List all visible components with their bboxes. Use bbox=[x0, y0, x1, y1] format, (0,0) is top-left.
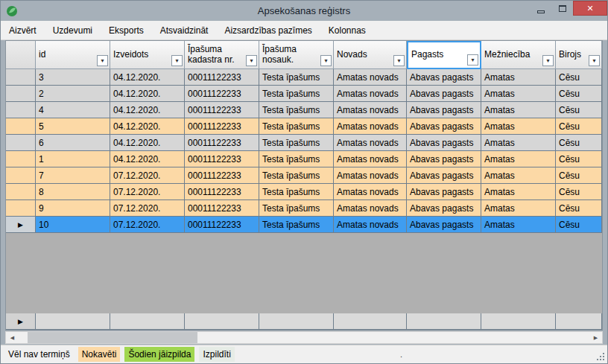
grid-cell[interactable]: Cēsu bbox=[556, 118, 602, 135]
grid-cell[interactable]: Amatas novads bbox=[334, 167, 407, 184]
grid-cell[interactable]: 04.12.2020. bbox=[110, 151, 185, 167]
grid-cell[interactable]: Testa īpašums bbox=[259, 167, 334, 184]
grid-cell[interactable] bbox=[556, 313, 602, 330]
grid-cell[interactable]: Abavas pagasts bbox=[407, 200, 481, 217]
grid-cell[interactable]: Testa īpašums bbox=[259, 118, 334, 135]
grid-cell[interactable]: Cēsu bbox=[556, 167, 602, 184]
grid-cell[interactable]: Testa īpašums bbox=[259, 86, 334, 102]
column-header-izveidots[interactable]: Izveidots ▾ bbox=[110, 41, 185, 69]
grid-cell[interactable]: 2 bbox=[36, 86, 110, 102]
grid-cell[interactable]: Abavas pagasts bbox=[407, 151, 481, 167]
horizontal-scrollbar[interactable]: ◀ ▶ bbox=[5, 331, 603, 344]
grid-cell[interactable]: 10 bbox=[36, 217, 110, 233]
table-row[interactable]: 104.12.2020.00011122233Testa īpašumsAmat… bbox=[6, 151, 602, 167]
grid-cell[interactable]: 07.12.2020. bbox=[110, 167, 185, 184]
filter-dropdown-icon[interactable]: ▾ bbox=[393, 55, 405, 66]
filter-dropdown-icon[interactable]: ▾ bbox=[467, 54, 478, 66]
grid-cell[interactable]: 6 bbox=[36, 135, 110, 151]
grid-cell[interactable]: Abavas pagasts bbox=[407, 167, 481, 184]
grid-cell[interactable]: 7 bbox=[36, 167, 110, 184]
filter-dropdown-icon[interactable]: ▾ bbox=[320, 55, 332, 66]
grid-cell[interactable]: Abavas pagasts bbox=[407, 69, 481, 86]
grid-cell[interactable]: Amatas novads bbox=[334, 118, 407, 135]
scroll-right-icon[interactable]: ▶ bbox=[589, 332, 602, 343]
grid-cell[interactable]: Amatas bbox=[481, 184, 556, 200]
row-selector[interactable] bbox=[6, 167, 36, 184]
grid-cell[interactable]: 00011122233 bbox=[185, 184, 259, 200]
row-selector[interactable] bbox=[6, 118, 36, 135]
minimize-button[interactable] bbox=[530, 1, 551, 16]
grid-cell[interactable]: Amatas novads bbox=[334, 135, 407, 151]
column-header-novads[interactable]: Novads ▾ bbox=[334, 41, 407, 69]
row-selector[interactable] bbox=[6, 69, 36, 86]
row-selector[interactable] bbox=[6, 200, 36, 217]
grid-cell[interactable]: 00011122233 bbox=[185, 102, 259, 118]
grid-cell[interactable]: Testa īpašums bbox=[259, 69, 334, 86]
grid-cell[interactable]: Amatas bbox=[481, 151, 556, 167]
grid-cell[interactable]: Amatas novads bbox=[334, 217, 407, 233]
filter-dropdown-icon[interactable]: ▾ bbox=[97, 55, 108, 66]
table-row[interactable]: 604.12.2020.00011122233Testa īpašumsAmat… bbox=[6, 135, 602, 151]
table-row[interactable]: 707.12.2020.00011122233Testa īpašumsAmat… bbox=[6, 167, 602, 184]
row-selector[interactable] bbox=[6, 102, 36, 118]
grid-cell[interactable]: 1 bbox=[36, 151, 110, 167]
grid-cell[interactable] bbox=[36, 313, 110, 330]
grid-cell[interactable]: Amatas novads bbox=[334, 184, 407, 200]
grid-cell[interactable]: Cēsu bbox=[556, 151, 602, 167]
grid-cell[interactable]: 04.12.2020. bbox=[110, 118, 185, 135]
filter-dropdown-icon[interactable]: ▾ bbox=[589, 55, 600, 66]
grid-cell[interactable]: 9 bbox=[36, 200, 110, 217]
row-selector[interactable] bbox=[6, 151, 36, 167]
grid-cell[interactable]: Testa īpašums bbox=[259, 135, 334, 151]
grid-cell[interactable] bbox=[110, 313, 185, 330]
table-row[interactable]: 907.12.2020.00011122233Testa īpašumsAmat… bbox=[6, 200, 602, 217]
grid-cell[interactable]: Cēsu bbox=[556, 135, 602, 151]
grid-cell[interactable]: 00011122233 bbox=[185, 118, 259, 135]
table-row[interactable]: 807.12.2020.00011122233Testa īpašumsAmat… bbox=[6, 184, 602, 200]
column-header-nosauk[interactable]: Īpašuma nosauk. ▾ bbox=[259, 41, 334, 69]
menu-item-kolonnas[interactable]: Kolonnas bbox=[320, 21, 374, 39]
grid-cell[interactable] bbox=[185, 313, 259, 330]
grid-cell[interactable]: Cēsu bbox=[556, 184, 602, 200]
grid-cell[interactable]: Amatas bbox=[481, 200, 556, 217]
grid-cell[interactable]: 00011122233 bbox=[185, 69, 259, 86]
grid-cell[interactable]: Abavas pagasts bbox=[407, 118, 481, 135]
grid-cell[interactable]: 4 bbox=[36, 102, 110, 118]
scrollbar-thumb[interactable] bbox=[28, 332, 197, 343]
grid-cell[interactable]: 3 bbox=[36, 69, 110, 86]
grid-cell[interactable]: Amatas bbox=[481, 217, 556, 233]
menu-item-atsvaidzinat[interactable]: Atsvaidzināt bbox=[152, 21, 217, 39]
grid-cell[interactable]: Testa īpašums bbox=[259, 102, 334, 118]
grid-cell[interactable]: 04.12.2020. bbox=[110, 69, 185, 86]
grid-cell[interactable] bbox=[334, 313, 407, 330]
grid-cell[interactable]: 04.12.2020. bbox=[110, 102, 185, 118]
grid-cell[interactable]: 00011122233 bbox=[185, 200, 259, 217]
scroll-left-icon[interactable]: ◀ bbox=[6, 332, 19, 343]
column-header-mezniecibа[interactable]: Mežniecība ▾ bbox=[481, 41, 556, 69]
grid-cell[interactable]: Amatas bbox=[481, 69, 556, 86]
grid-cell[interactable]: Testa īpašums bbox=[259, 217, 334, 233]
grid-cell[interactable]: Amatas novads bbox=[334, 200, 407, 217]
grid-cell[interactable]: 00011122233 bbox=[185, 151, 259, 167]
grid-cell[interactable]: Amatas bbox=[481, 135, 556, 151]
grid-cell[interactable]: 00011122233 bbox=[185, 86, 259, 102]
filter-dropdown-icon[interactable]: ▾ bbox=[171, 55, 183, 66]
grid-cell[interactable]: Abavas pagasts bbox=[407, 184, 481, 200]
grid-cell[interactable]: 04.12.2020. bbox=[110, 135, 185, 151]
maximize-button[interactable] bbox=[551, 1, 573, 16]
grid-cell[interactable]: Amatas bbox=[481, 86, 556, 102]
row-selector[interactable] bbox=[6, 184, 36, 200]
grid-cell[interactable]: Abavas pagasts bbox=[407, 102, 481, 118]
grid-cell[interactable]: Amatas bbox=[481, 102, 556, 118]
grid-cell[interactable]: Amatas novads bbox=[334, 86, 407, 102]
close-button[interactable]: ✕ bbox=[573, 1, 607, 16]
filter-dropdown-icon[interactable]: ▾ bbox=[246, 55, 257, 66]
grid-cell[interactable] bbox=[259, 313, 334, 330]
grid-cell[interactable]: 00011122233 bbox=[185, 217, 259, 233]
column-header-pagasts[interactable]: Pagasts ▾ bbox=[407, 41, 481, 69]
app-icon[interactable] bbox=[6, 5, 18, 17]
grid-cell[interactable]: 07.12.2020. bbox=[110, 200, 185, 217]
grid-cell[interactable]: Abavas pagasts bbox=[407, 86, 481, 102]
grid-cell[interactable]: 00011122233 bbox=[185, 135, 259, 151]
table-row[interactable]: 304.12.2020.00011122233Testa īpašumsAmat… bbox=[6, 69, 602, 86]
